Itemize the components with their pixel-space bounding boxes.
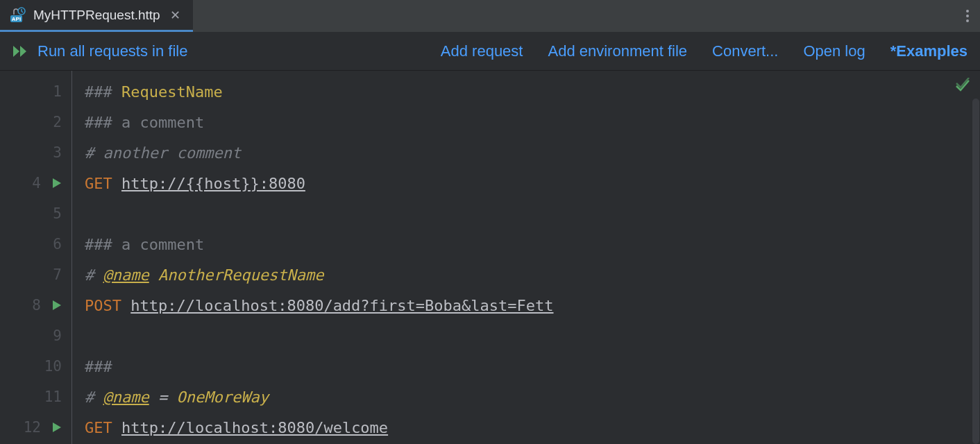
code-token: ### [85,83,121,101]
tab-label: MyHTTPRequest.http [33,8,160,23]
code-line[interactable]: # another comment [85,137,980,168]
code-token [121,297,130,314]
code-token: # [85,388,103,406]
code-token: # another comment [85,144,241,162]
code-editor[interactable]: 123456789101112 ### RequestName### a com… [0,71,980,444]
code-line[interactable]: ### [85,351,980,382]
gutter-line: 7 [0,259,71,290]
code-token: OneMoreWay [167,388,269,406]
line-number: 7 [53,266,62,283]
add-request-button[interactable]: Add request [441,42,523,60]
line-number: 9 [53,327,62,344]
code-token: @name [103,266,149,284]
http-api-icon: API [10,7,26,24]
line-number: 10 [44,358,62,375]
code-token: ### [85,358,112,375]
code-token: = [158,388,167,406]
line-number: 12 [24,419,41,436]
gutter-run-icon[interactable] [52,178,62,189]
line-number: 3 [53,144,62,161]
svg-text:API: API [12,16,21,22]
line-number: 4 [32,175,41,191]
gutter-line: 12 [0,412,71,443]
add-env-button[interactable]: Add environment file [548,42,687,60]
more-menu-icon[interactable] [955,0,980,32]
code-token: ### a comment [85,114,204,131]
gutter-line: 10 [0,351,71,382]
editor-toolbar: Run all requests in file Add request Add… [0,32,980,71]
code-line[interactable]: GET http://localhost:8080/welcome [85,412,980,443]
gutter-line: 5 [0,198,71,229]
code-token: ### a comment [85,236,204,253]
gutter-line: 9 [0,321,71,351]
code-line[interactable]: ### a comment [85,107,980,137]
double-play-icon [12,44,31,58]
code-token: POST [85,297,121,314]
gutter-run-icon[interactable] [52,422,62,433]
code-token: http://localhost:8080/add?first=Boba&las… [130,297,553,314]
code-line[interactable]: ### RequestName [85,76,980,107]
code-token [112,419,121,436]
code-token: RequestName [121,83,223,101]
scrollbar[interactable] [972,99,979,444]
code-line[interactable] [85,321,980,351]
gutter-line: 4 [0,168,71,198]
code-token: AnotherRequestName [149,266,324,284]
code-line[interactable]: ### a comment [85,229,980,259]
gutter-line: 6 [0,229,71,259]
code-line[interactable]: POST http://localhost:8080/add?first=Bob… [85,290,980,321]
tab-bar: API MyHTTPRequest.http ✕ [0,0,980,32]
code-line[interactable]: GET http://{{host}}:8080 [85,168,980,198]
code-token: # [85,266,103,284]
line-number: 1 [53,83,62,100]
code-token [149,388,158,406]
gutter: 123456789101112 [0,71,72,444]
code-token: http://localhost:8080/welcome [121,419,388,436]
gutter-line: 11 [0,382,71,412]
line-number: 11 [44,388,62,405]
code-token: GET [85,175,112,192]
code-area[interactable]: ### RequestName### a comment# another co… [72,71,980,444]
close-icon[interactable]: ✕ [167,8,183,23]
gutter-line: 3 [0,137,71,168]
gutter-run-icon[interactable] [52,300,62,311]
code-token: http://{{host}}:8080 [121,175,305,192]
gutter-line: 2 [0,107,71,137]
code-line[interactable]: # @name = OneMoreWay [85,382,980,412]
code-token [112,175,121,192]
gutter-line: 1 [0,76,71,107]
line-number: 8 [32,297,41,314]
code-token: GET [85,419,112,436]
line-number: 2 [53,114,62,130]
gutter-line: 8 [0,290,71,321]
run-all-label: Run all requests in file [37,42,187,60]
code-line[interactable] [85,198,980,229]
line-number: 5 [53,205,62,222]
examples-button[interactable]: *Examples [890,42,968,60]
file-tab[interactable]: API MyHTTPRequest.http ✕ [0,0,193,32]
inspection-status-icon[interactable] [955,78,970,96]
code-token: @name [103,388,149,406]
convert-button[interactable]: Convert... [712,42,778,60]
run-all-button[interactable]: Run all requests in file [12,42,187,60]
code-line[interactable]: # @name AnotherRequestName [85,259,980,290]
open-log-button[interactable]: Open log [803,42,865,60]
line-number: 6 [53,236,62,253]
